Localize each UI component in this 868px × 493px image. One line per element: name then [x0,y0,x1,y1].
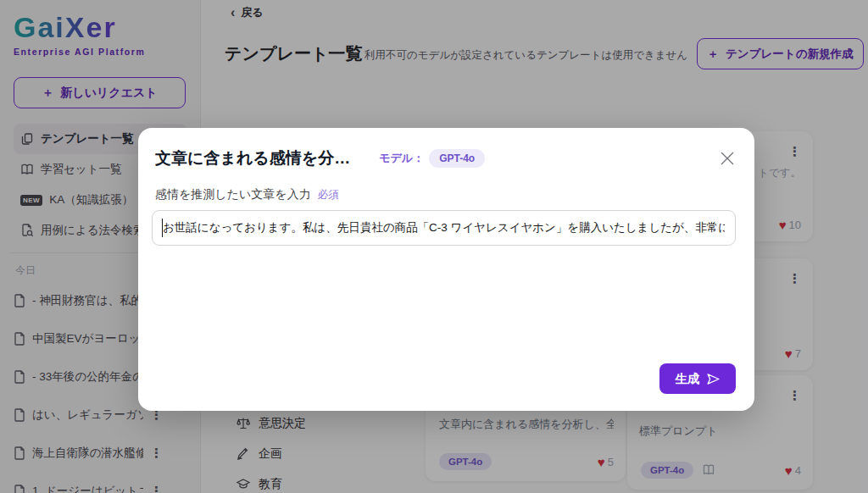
modal-header: 文章に含まれる感情を分… モデル： GPT-4o [138,128,754,172]
model-badge: GPT-4o [429,149,485,168]
send-icon [706,372,721,386]
text-input-wrap [152,210,736,246]
text-caret [162,219,163,237]
generate-button[interactable]: 生成 [659,363,736,394]
generation-modal: 文章に含まれる感情を分… モデル： GPT-4o 感情を推測したい文章を入力 必… [138,128,754,411]
close-icon [717,148,737,169]
close-button[interactable] [714,145,741,172]
app: GaiXer Enterprise AGI Platform ＋ 新しいリクエス… [0,0,868,493]
required-badge: 必須 [318,188,339,202]
generate-label: 生成 [676,371,700,387]
field-label-row: 感情を推測したい文章を入力 必須 [155,187,754,202]
sentiment-text-input[interactable] [152,210,736,246]
field-label: 感情を推測したい文章を入力 [155,187,311,202]
modal-title: 文章に含まれる感情を分… [155,147,350,169]
model-label: モデル： [379,151,424,166]
